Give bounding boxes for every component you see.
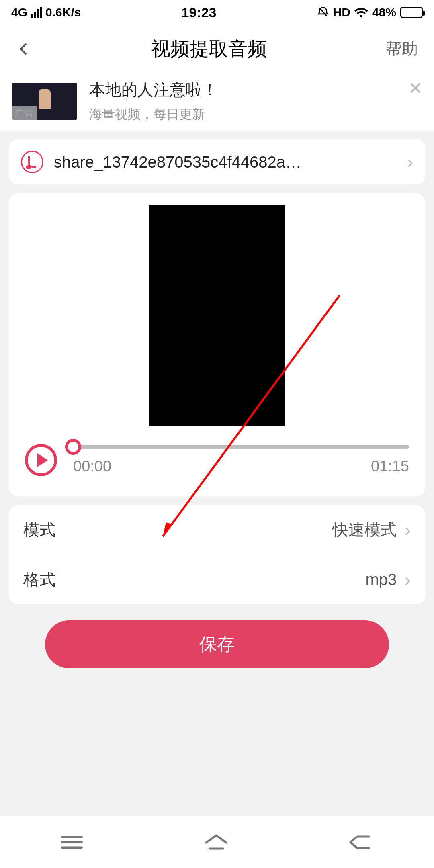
network-type: 4G [11,6,27,19]
help-button[interactable]: 帮助 [386,38,418,60]
hd-label: HD [333,6,350,19]
slider-thumb[interactable] [65,439,81,455]
wifi-icon [354,7,368,18]
back-icon[interactable] [16,41,32,57]
home-icon[interactable] [202,832,230,852]
play-icon [37,453,48,467]
time-current: 00:00 [73,458,111,475]
battery-icon [400,7,423,18]
file-row[interactable]: share_13742e870535c4f44682a… › [9,139,425,184]
menu-icon[interactable] [59,833,85,852]
video-preview[interactable] [149,205,285,426]
music-icon [21,151,43,173]
status-left: 4G 0.6K/s [11,6,81,19]
page-title: 视频提取音频 [151,36,267,62]
mute-icon [317,6,329,18]
play-button[interactable] [25,444,57,476]
chevron-right-icon: › [407,152,413,172]
mode-label: 模式 [23,519,55,541]
settings-card: 模式 快速模式 › 格式 mp3 › [9,505,425,604]
player-card: 00:00 01:15 [9,193,425,496]
ad-banner[interactable]: 广告 本地的人注意啦！ 海量视频，每日更新 ✕ [0,73,434,131]
status-right: HD 48% [317,6,423,19]
ad-thumbnail: 广告 [12,83,77,120]
ad-tag: 广告 [11,106,37,121]
format-value: mp3 [366,571,397,589]
signal-icon [31,7,42,18]
system-nav [0,816,434,868]
back-nav-icon[interactable] [347,833,375,852]
network-speed: 0.6K/s [45,6,81,19]
ad-title: 本地的人注意啦！ [89,79,422,101]
chevron-right-icon: › [405,570,411,590]
time-duration: 01:15 [371,458,409,475]
status-bar: 4G 0.6K/s 19:23 HD 48% [0,0,434,25]
save-button[interactable]: 保存 [45,620,389,668]
close-icon[interactable]: ✕ [408,78,423,98]
format-row[interactable]: 格式 mp3 › [9,555,425,604]
status-time: 19:23 [182,5,217,20]
ad-subtitle: 海量视频，每日更新 [89,106,422,123]
format-label: 格式 [23,569,55,591]
file-name: share_13742e870535c4f44682a… [54,153,397,171]
battery-percent: 48% [372,6,396,19]
app-header: 视频提取音频 帮助 [0,25,434,73]
progress-slider[interactable] [73,445,409,449]
mode-value: 快速模式 [332,519,397,541]
mode-row[interactable]: 模式 快速模式 › [9,505,425,555]
chevron-right-icon: › [405,520,411,540]
